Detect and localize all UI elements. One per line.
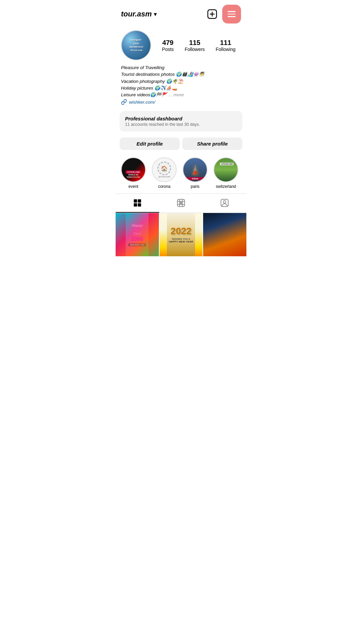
tagged-icon [220,199,229,207]
bio-line-3: Vacation photography 🌍🌴⛱️ [121,78,241,85]
highlight-item-switzerland[interactable]: @TOUR.ASM switzerland [214,157,238,189]
new-post-button[interactable] [205,7,219,21]
svg-rect-4 [138,199,141,203]
posts-grid: Happy New Year 2080 WISHKER.COM 2022 WIS… [116,213,246,256]
switzerland-tag: @TOUR.ASM [220,163,234,165]
highlight-label-paris: paris [191,184,199,189]
posts-label: Posts [162,47,174,52]
bio-link-text: wishker.com/ [129,100,155,105]
bio-section: Pleasure of Travelling Tourist destinati… [116,63,246,108]
highlight-circle-paris: 🗼 follow [183,157,207,182]
bio-line-5: Leisure videos🌍🏁🚩 ... more [121,92,241,98]
menu-button[interactable] [222,5,241,23]
post-cell-3[interactable] [203,213,246,256]
username-dropdown[interactable]: tour.asm ▾ [121,10,157,18]
svg-rect-6 [138,203,141,207]
posts-stat[interactable]: 479 Posts [162,39,174,52]
bio-link[interactable]: wishker.com/ [121,99,241,105]
menu-line-3 [228,16,236,17]
edit-profile-button[interactable]: Edit profile [120,138,180,150]
followers-label: Followers [185,47,205,52]
menu-line-2 [228,14,236,15]
highlight-label-switzerland: switzerland [216,184,236,189]
bio-line-1: Pleasure of Travelling [121,64,241,71]
following-stat[interactable]: 111 Following [216,39,236,52]
highlight-label-event: event [128,184,138,189]
highlight-circle-corona: 🏠 @TOUR.ASM [152,157,177,182]
tab-tagged[interactable] [203,194,246,213]
content-tabs [116,194,246,213]
svg-rect-5 [134,203,137,207]
more-link[interactable]: ... more [169,92,184,97]
chevron-down-icon: ▾ [154,11,157,17]
header-actions [205,5,241,23]
stats-row: 479 Posts 115 Followers 111 Following [157,39,241,52]
following-label: Following [216,47,236,52]
highlight-label-corona: corona [158,184,171,189]
highlight-circle-switzerland: @TOUR.ASM [214,157,238,182]
highlight-circle-event: @TOUR.ASM WORLD NOTOBACCO DAY [121,157,146,182]
avatar-image: conqueryourwanderlust★TOUR.ASM [122,31,150,60]
posts-count: 479 [162,39,173,47]
svg-point-17 [223,201,226,203]
action-buttons: Edit profile Share profile [116,135,246,154]
paris-overlay-text: follow [183,177,207,180]
username-text: tour.asm [121,10,152,18]
bio-line-2: Tourist destinations photos 🌍👨‍👩‍👧‍👦🏄‍♀️… [121,71,241,78]
post-cell-2[interactable]: 2022 WISHING YOU A HAPPY NEW YEAR [160,213,203,256]
highlight-item-corona[interactable]: 🏠 @TOUR.ASM corona [152,157,177,189]
tab-reels[interactable] [159,194,203,213]
post-cell-1[interactable]: Happy New Year 2080 WISHKER.COM [116,213,159,256]
followers-stat[interactable]: 115 Followers [185,39,205,52]
svg-point-9 [180,203,181,204]
header: tour.asm ▾ [116,0,246,27]
following-count: 111 [220,39,231,47]
professional-dashboard[interactable]: Professional dashboard 11 accounts reach… [120,111,242,131]
profile-section: conqueryourwanderlust★TOUR.ASM 479 Posts… [116,27,246,63]
svg-rect-3 [134,199,137,203]
share-profile-button[interactable]: Share profile [182,138,242,150]
highlight-item-paris[interactable]: 🗼 follow paris [183,157,207,189]
highlight-item-event[interactable]: @TOUR.ASM WORLD NOTOBACCO DAY event [121,157,146,189]
dashboard-title: Professional dashboard [125,116,237,121]
followers-count: 115 [189,39,200,47]
highlights-section: @TOUR.ASM WORLD NOTOBACCO DAY event 🏠 @T… [116,154,246,194]
menu-line-1 [228,11,236,12]
tab-grid[interactable] [116,194,159,213]
bio-line-4: Holiday pictures 🌍✈️⛵🚤 [121,85,241,92]
grid-icon [133,199,142,207]
avatar[interactable]: conqueryourwanderlust★TOUR.ASM [121,30,151,60]
dashboard-subtitle: 11 accounts reached in the last 30 days. [125,122,237,127]
reels-icon [177,199,185,207]
eiffel-tower-icon: 🗼 [189,164,201,175]
